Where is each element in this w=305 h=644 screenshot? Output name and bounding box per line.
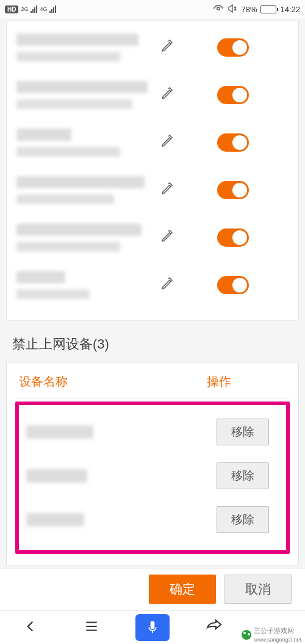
battery-pct: 78% xyxy=(241,5,257,14)
device-name-blur xyxy=(16,176,145,188)
watermark-logo-icon xyxy=(242,630,251,640)
device-sub-blur xyxy=(16,194,114,204)
device-row xyxy=(7,261,298,309)
device-row xyxy=(7,24,298,71)
device-row xyxy=(7,166,298,214)
signal-bars-2 xyxy=(49,5,56,13)
status-right: 78% 14:22 xyxy=(213,4,300,15)
svg-rect-1 xyxy=(151,621,155,629)
net2-label: 4G xyxy=(40,6,47,12)
highlight-annotation: 移除 移除 移除 xyxy=(15,402,290,554)
menu-icon[interactable] xyxy=(84,618,99,637)
blocked-row: 移除 xyxy=(23,498,282,542)
device-sub-blur xyxy=(16,289,90,299)
clock: 14:22 xyxy=(280,5,300,14)
ok-button[interactable]: 确定 xyxy=(149,575,216,604)
net1-label: 2G xyxy=(21,6,28,12)
blocked-devices-card: 设备名称 操作 移除 移除 移除 xyxy=(6,362,299,565)
blocked-row: 移除 xyxy=(23,410,282,454)
watermark-brand: 三公子游戏网 xyxy=(254,627,294,634)
edit-icon[interactable] xyxy=(160,39,174,56)
device-name-blur xyxy=(16,34,138,46)
blocked-name-blur xyxy=(26,469,87,483)
share-icon[interactable] xyxy=(205,618,222,637)
status-bar: HD 2G 4G 78% 14:22 xyxy=(0,0,305,18)
device-toggle[interactable] xyxy=(217,133,249,152)
remove-button[interactable]: 移除 xyxy=(217,506,269,533)
device-sub-blur xyxy=(16,52,120,62)
watermark: 三公子游戏网 www.sangongzi.net xyxy=(242,626,301,643)
svg-point-0 xyxy=(217,7,220,10)
battery-icon xyxy=(260,5,276,13)
device-name-blur xyxy=(16,129,71,141)
mute-icon xyxy=(228,4,237,15)
remove-button[interactable]: 移除 xyxy=(217,462,269,489)
device-row xyxy=(7,214,298,261)
blocked-name-blur xyxy=(26,513,84,526)
eye-icon xyxy=(213,4,224,15)
action-bar: 确定 取消 xyxy=(0,568,305,610)
col-device: 设备名称 xyxy=(19,373,207,390)
device-toggle[interactable] xyxy=(217,86,249,104)
edit-icon[interactable] xyxy=(160,134,174,151)
blocked-section-title: 禁止上网设备(3) xyxy=(6,335,299,362)
device-sub-blur xyxy=(16,242,120,252)
device-row xyxy=(7,71,298,119)
edit-icon[interactable] xyxy=(160,87,174,104)
remove-button[interactable]: 移除 xyxy=(217,419,269,445)
device-name-blur xyxy=(16,81,148,93)
device-toggle[interactable] xyxy=(217,228,249,247)
device-sub-blur xyxy=(16,99,132,109)
device-toggle[interactable] xyxy=(217,181,249,199)
blocked-row: 移除 xyxy=(23,454,282,498)
allowed-devices-card xyxy=(6,21,299,320)
device-sub-blur xyxy=(16,147,120,157)
col-action: 操作 xyxy=(207,373,286,390)
device-toggle[interactable] xyxy=(217,38,249,57)
blocked-table-header: 设备名称 操作 xyxy=(15,371,290,399)
hd-badge: HD xyxy=(5,5,18,13)
cancel-button[interactable]: 取消 xyxy=(224,575,292,604)
edit-icon[interactable] xyxy=(160,229,174,246)
edit-icon[interactable] xyxy=(160,182,174,199)
device-row xyxy=(7,119,298,166)
device-name-blur xyxy=(16,224,142,236)
status-left: HD 2G 4G xyxy=(5,5,56,13)
voice-button[interactable] xyxy=(135,614,170,641)
back-icon[interactable] xyxy=(23,618,38,637)
signal-bars-1 xyxy=(30,5,37,13)
device-toggle[interactable] xyxy=(217,276,249,294)
device-name-blur xyxy=(16,271,65,283)
blocked-name-blur xyxy=(26,425,93,439)
edit-icon[interactable] xyxy=(160,277,174,294)
watermark-url: www.sangongzi.net xyxy=(254,637,301,643)
